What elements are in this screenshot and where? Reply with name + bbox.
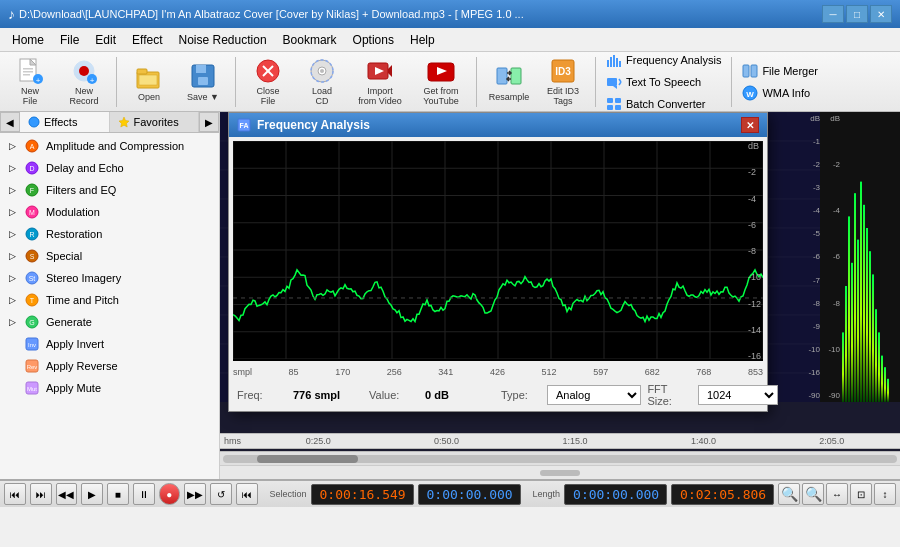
selection-time1: 0:00:16.549 — [311, 484, 414, 505]
wma-info-button[interactable]: W WMA Info — [738, 83, 822, 103]
menu-bookmark[interactable]: Bookmark — [275, 31, 345, 49]
selection-time2: 0:00:00.000 — [418, 484, 521, 505]
sidebar-collapse[interactable]: ▶ — [199, 112, 219, 132]
record-button[interactable]: ● — [159, 483, 181, 505]
sidebar-item-apply-mute[interactable]: ▷ Mut Apply Mute — [0, 377, 219, 399]
zoom-custom-button[interactable]: ↕ — [874, 483, 896, 505]
svg-rect-43 — [615, 98, 621, 103]
stop-button[interactable]: ■ — [107, 483, 129, 505]
sep5 — [731, 57, 732, 107]
minimize-button[interactable]: ─ — [822, 5, 844, 23]
frequency-analysis-button[interactable]: Frequency Analysis — [602, 50, 725, 70]
graph-x-labels: smpl 85 170 256 341 426 512 597 682 768 … — [229, 365, 767, 379]
edit-id3-icon: ID3 — [548, 57, 578, 85]
sidebar-item-stereo[interactable]: ▷ St Stereo Imagery — [0, 267, 219, 289]
save-button[interactable]: Save ▼ — [177, 55, 229, 109]
zoom-in-button[interactable]: 🔍 — [778, 483, 800, 505]
sidebar-expand[interactable]: ◀ — [0, 112, 20, 132]
new-file-button[interactable]: + NewFile — [4, 55, 56, 109]
next-button[interactable]: ▶▶ — [184, 483, 206, 505]
menu-options[interactable]: Options — [345, 31, 402, 49]
import-video-button[interactable]: Importfrom Video — [350, 55, 410, 109]
menu-effect[interactable]: Effect — [124, 31, 170, 49]
zoom-out-button[interactable]: 🔍 — [802, 483, 824, 505]
sidebar-item-special[interactable]: ▷ S Special — [0, 245, 219, 267]
batch-icon — [606, 96, 622, 112]
menu-edit[interactable]: Edit — [87, 31, 124, 49]
sidebar-item-generate[interactable]: ▷ G Generate — [0, 311, 219, 333]
freq-bars-canvas — [842, 112, 900, 402]
menu-home[interactable]: Home — [4, 31, 52, 49]
svg-rect-15 — [196, 65, 206, 73]
sidebar-item-amplitude[interactable]: ▷ A Amplitude and Compression — [0, 135, 219, 157]
svg-rect-45 — [615, 105, 621, 110]
length-label-group: Length — [533, 490, 561, 499]
delay-icon: D — [24, 160, 40, 176]
maximize-button[interactable]: □ — [846, 5, 868, 23]
edit-id3-label: Edit ID3Tags — [547, 87, 579, 107]
file-merger-label: File Merger — [762, 65, 818, 77]
go-start-button[interactable]: ⏮ — [4, 483, 26, 505]
timeline-ruler: hms 0:25.0 0:50.0 1:15.0 1:40.0 2:05.0 — [220, 433, 900, 449]
sidebar-item-modulation[interactable]: ▷ M Modulation — [0, 201, 219, 223]
close-button[interactable]: ✕ — [870, 5, 892, 23]
batch-converter-button[interactable]: Batch Converter — [602, 94, 725, 114]
get-youtube-label: Get fromYouTube — [423, 87, 458, 107]
sep2 — [235, 57, 236, 107]
svg-text:F: F — [30, 187, 34, 194]
h-scrollbar[interactable] — [220, 451, 900, 465]
close-file-button[interactable]: CloseFile — [242, 55, 294, 109]
toolbar: + NewFile + NewRecord Open — [0, 52, 900, 112]
menu-file[interactable]: File — [52, 31, 87, 49]
sidebar-item-restoration[interactable]: ▷ R Restoration — [0, 223, 219, 245]
scrollbar-thumb[interactable] — [257, 455, 358, 463]
svg-text:G: G — [29, 319, 34, 326]
resample-button[interactable]: Resample — [483, 55, 535, 109]
menu-help[interactable]: Help — [402, 31, 443, 49]
go-end-button[interactable]: ⏭ — [30, 483, 52, 505]
new-record-button[interactable]: + NewRecord — [58, 55, 110, 109]
resample-icon — [494, 61, 524, 91]
menu-noise-reduction[interactable]: Noise Reduction — [171, 31, 275, 49]
fft-select[interactable]: 512 1024 2048 4096 — [698, 385, 778, 405]
expand-arrow: ▷ — [6, 272, 18, 284]
load-cd-button[interactable]: LoadCD — [296, 55, 348, 109]
edit-id3-button[interactable]: ID3 Edit ID3Tags — [537, 55, 589, 109]
import-video-icon — [365, 57, 395, 85]
svg-text:ID3: ID3 — [555, 66, 571, 77]
svg-text:D: D — [29, 165, 34, 172]
sidebar-item-apply-reverse[interactable]: ▷ Rev Apply Reverse — [0, 355, 219, 377]
svg-rect-44 — [607, 105, 613, 110]
apply-reverse-icon: Rev — [24, 358, 40, 374]
text-speech-button[interactable]: Text To Speech — [602, 72, 725, 92]
resample-label: Resample — [489, 93, 530, 103]
content-area: dB -2 -4 -6 -8 -10 -90 dB -1 -2 -3 -4 -5… — [220, 112, 900, 479]
prev-button[interactable]: ◀◀ — [56, 483, 78, 505]
restoration-icon: R — [24, 226, 40, 242]
pause-button[interactable]: ⏸ — [133, 483, 155, 505]
zoom-sel-button[interactable]: ⊡ — [850, 483, 872, 505]
type-select[interactable]: Analog Digital Logarithmic — [547, 385, 641, 405]
sidebar-item-apply-invert[interactable]: ▷ Inv Apply Invert — [0, 333, 219, 355]
tab-effects[interactable]: Effects — [20, 112, 110, 132]
loop-button[interactable]: ↺ — [210, 483, 232, 505]
svg-line-41 — [619, 82, 621, 85]
window-controls: ─ □ ✕ — [822, 5, 892, 23]
modulation-icon: M — [24, 204, 40, 220]
sidebar-item-time-pitch[interactable]: ▷ T Time and Pitch — [0, 289, 219, 311]
svg-text:Rev: Rev — [27, 364, 38, 370]
open-button[interactable]: Open — [123, 55, 175, 109]
zoom-fit-button[interactable]: ↔ — [826, 483, 848, 505]
file-merger-button[interactable]: File Merger — [738, 61, 822, 81]
dialog-close-button[interactable]: ✕ — [741, 117, 759, 133]
sidebar-item-filters[interactable]: ▷ F Filters and EQ — [0, 179, 219, 201]
more-button[interactable]: ⏮ — [236, 483, 258, 505]
play-button[interactable]: ▶ — [81, 483, 103, 505]
sidebar-item-delay[interactable]: ▷ D Delay and Echo — [0, 157, 219, 179]
scrollbar-track[interactable] — [223, 455, 897, 463]
svg-rect-36 — [616, 58, 618, 67]
resize-handle[interactable] — [540, 470, 580, 476]
get-youtube-button[interactable]: Get fromYouTube — [412, 55, 470, 109]
tab-favorites[interactable]: Favorites — [110, 112, 200, 132]
svg-text:FA: FA — [240, 122, 249, 129]
